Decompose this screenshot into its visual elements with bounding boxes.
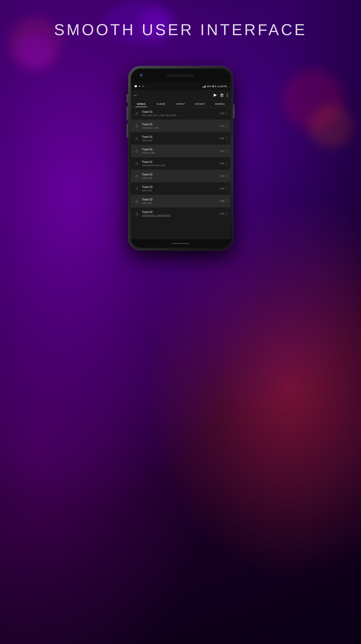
tab-artist[interactable]: ARTIST xyxy=(171,100,190,107)
item-more-icon xyxy=(227,124,227,128)
song-subtitle-6: artist | title xyxy=(142,189,218,192)
d3 xyxy=(227,190,227,190)
item-more-icon xyxy=(227,136,227,140)
signal-bar-1 xyxy=(203,87,203,88)
song-art-0: ♫ xyxy=(133,110,140,117)
tab-genres[interactable]: GENRES xyxy=(210,100,230,107)
music-note-icon: ♫ xyxy=(135,123,138,128)
song-duration-2: 6:41 xyxy=(220,137,224,140)
song-art-8: ♫ xyxy=(133,210,140,217)
top-bezel xyxy=(131,68,230,82)
d2 xyxy=(227,126,227,126)
song-menu-5[interactable] xyxy=(226,174,228,179)
song-info-6: Track 02 artist | title xyxy=(140,186,220,192)
song-title-7: Track 02 xyxy=(142,198,218,201)
delete-button[interactable] xyxy=(220,93,224,97)
list-item[interactable]: ♫ Track 02 artist | title 6:04 xyxy=(131,182,230,195)
phone-device: 💬 ▼ ↺ ... 46% xyxy=(128,66,233,250)
more-options-button[interactable] xyxy=(227,93,228,97)
song-menu-1[interactable] xyxy=(226,123,228,128)
tab-recent[interactable]: RECENT xyxy=(190,100,210,107)
d3 xyxy=(227,164,227,165)
d2 xyxy=(227,188,227,189)
phone-bezel: 💬 ▼ ↺ ... 46% xyxy=(131,68,230,248)
song-duration-4: 4:45 xyxy=(220,162,224,165)
song-subtitle-2: artist | title xyxy=(142,139,218,142)
clock-time: 12:09 PM xyxy=(217,85,227,88)
bokeh-2 xyxy=(18,35,52,70)
item-more-icon xyxy=(227,174,227,178)
music-note-icon: ♫ xyxy=(135,198,138,204)
play-button[interactable] xyxy=(214,94,217,97)
list-item[interactable]: ♫ Track 02 artist | title 4:38 xyxy=(131,195,230,208)
svg-rect-1 xyxy=(221,94,222,94)
music-note-icon: ♫ xyxy=(135,136,138,141)
front-camera xyxy=(140,74,143,77)
song-duration-0: 5:25 xyxy=(220,112,224,115)
song-info-0: Track 01 New Artist (153.. | New Title (… xyxy=(140,110,220,116)
d1 xyxy=(227,112,227,112)
tab-album[interactable]: ALBUM xyxy=(151,100,171,107)
list-item[interactable]: ♫ Track 01 AKSAR | title 5:17 xyxy=(131,145,230,157)
list-item[interactable]: ♫ Track 02 DEEPPAVALI | DEEPPAVALI 3:54 xyxy=(131,208,230,220)
svg-rect-3 xyxy=(221,95,222,96)
tab-bar: SONGS ALBUM ARTIST RECENT GENRES xyxy=(131,100,230,107)
power-button xyxy=(233,104,235,118)
song-menu-7[interactable] xyxy=(226,198,228,204)
song-duration-5: 6:23 xyxy=(220,175,224,177)
tab-songs[interactable]: SONGS xyxy=(132,100,151,107)
song-title-1: Track 01 xyxy=(142,123,218,126)
bokeh-5 xyxy=(309,104,352,148)
signal-bar-4 xyxy=(205,86,206,88)
d1 xyxy=(227,162,227,162)
d2 xyxy=(227,201,227,202)
music-note-icon: ♫ xyxy=(135,111,138,116)
signal-bar-2 xyxy=(203,86,204,88)
item-more-icon xyxy=(227,187,227,190)
d3 xyxy=(227,177,227,178)
song-subtitle-1: <unknown> | film xyxy=(142,126,218,129)
bixby-button xyxy=(127,124,128,138)
song-menu-2[interactable] xyxy=(226,136,228,141)
song-menu-0[interactable] xyxy=(226,111,228,116)
music-note-icon: ♫ xyxy=(135,173,138,179)
d1 xyxy=(227,124,227,125)
list-item[interactable]: ♫ Track 01 artist | title 6:23 xyxy=(131,170,230,182)
music-note-icon: ♫ xyxy=(135,211,138,216)
list-item[interactable]: ♫ Track 01 <unknown> | film 5:12 xyxy=(131,120,230,132)
song-menu-6[interactable] xyxy=(226,186,228,191)
d1 xyxy=(227,174,227,175)
song-menu-3[interactable] xyxy=(226,148,228,154)
song-menu-4[interactable] xyxy=(226,161,228,166)
d1 xyxy=(227,200,227,200)
more-icons: ... xyxy=(145,85,147,88)
song-art-2: ♫ xyxy=(133,135,140,142)
song-duration-6: 6:04 xyxy=(220,187,224,190)
volume-up-button xyxy=(127,94,128,103)
d1 xyxy=(227,149,227,150)
song-art-7: ♫ xyxy=(133,198,140,205)
back-button[interactable]: ← xyxy=(134,93,138,98)
song-art-5: ♫ xyxy=(133,172,140,180)
song-info-4: Track 01 GARAM MASALA | title xyxy=(140,160,220,167)
song-title-2: Track 01 xyxy=(142,136,218,138)
list-item[interactable]: ♫ Track 01 artist | title 6:41 xyxy=(131,132,230,145)
svg-rect-0 xyxy=(220,94,223,94)
battery-percentage: 46% xyxy=(207,85,211,88)
song-info-8: Track 02 DEEPPAVALI | DEEPPAVALI xyxy=(140,210,220,217)
song-title-5: Track 01 xyxy=(142,173,218,176)
status-icons-left: 💬 ▼ ↺ ... xyxy=(134,85,147,88)
battery-fill xyxy=(213,86,214,87)
song-title-6: Track 02 xyxy=(142,186,218,188)
song-menu-8[interactable] xyxy=(226,211,228,216)
song-subtitle-0: New Artist (153.. | New Title (1539.. xyxy=(142,114,218,116)
list-item[interactable]: ♫ Track 01 GARAM MASALA | title 4:45 xyxy=(131,157,230,170)
d3 xyxy=(227,114,227,115)
song-duration-1: 5:12 xyxy=(220,124,224,127)
d2 xyxy=(227,213,227,214)
song-art-1: ♫ xyxy=(133,122,140,130)
song-info-5: Track 01 artist | title xyxy=(140,173,220,179)
list-item[interactable]: ♫ Track 01 New Artist (153.. | New Title… xyxy=(131,107,230,120)
dot-2 xyxy=(227,95,228,96)
music-note-icon: ♫ xyxy=(135,161,138,166)
